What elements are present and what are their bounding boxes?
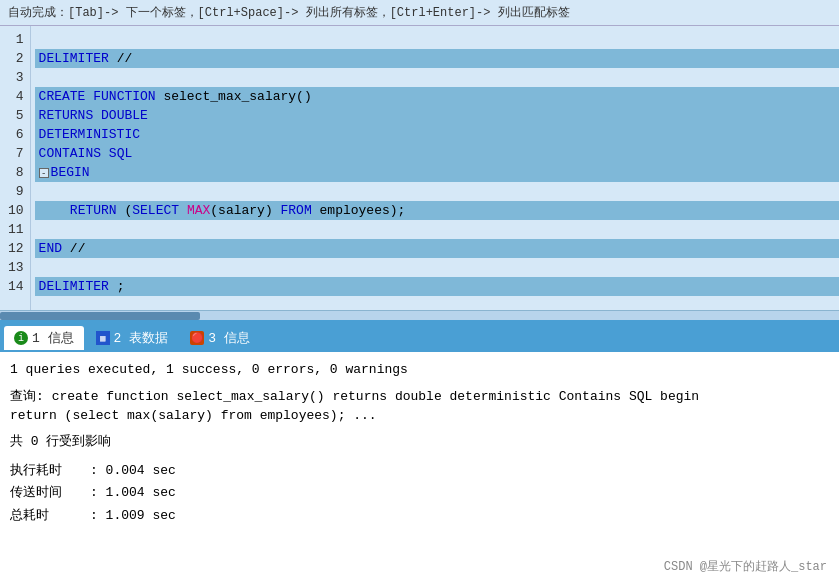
- code-line-7: CONTAINS SQL: [35, 144, 839, 163]
- timing-label-3: 总耗时: [10, 506, 90, 527]
- result-content: 1 queries executed, 1 success, 0 errors,…: [0, 352, 839, 581]
- code-area: 1 2 3 4 5 6 7 8 9 10 11 12 13 14 DELIMIT…: [0, 26, 839, 310]
- code-line-6: DETERMINISTIC: [35, 125, 839, 144]
- bottom-panel: i 1 信息 ▦ 2 表数据 🔴 3 信息 1 queries executed…: [0, 324, 839, 581]
- editor-scrollbar-thumb[interactable]: [0, 312, 200, 320]
- timing-row-3: 总耗时 : 1.009 sec: [10, 506, 829, 527]
- code-line-12: END //: [35, 239, 839, 258]
- timing-row-1: 执行耗时 : 0.004 sec: [10, 461, 829, 482]
- tab-2-table[interactable]: ▦ 2 表数据: [86, 326, 179, 350]
- affected-line: 共 0 行受到影响: [10, 432, 829, 453]
- timing-value-2: : 1.004 sec: [90, 483, 176, 504]
- top-bar-text: 自动完成：[Tab]-> 下一个标签，[Ctrl+Space]-> 列出所有标签…: [8, 6, 570, 20]
- tab-1-info[interactable]: i 1 信息: [4, 326, 84, 350]
- fold-marker[interactable]: -: [39, 168, 49, 178]
- tab2-icon: ▦: [96, 331, 110, 345]
- tab1-label: 1 信息: [32, 329, 74, 347]
- timing-label-2: 传送时间: [10, 483, 90, 504]
- tab-3-info[interactable]: 🔴 3 信息: [180, 326, 260, 350]
- tab1-icon: i: [14, 331, 28, 345]
- timing-value-3: : 1.009 sec: [90, 506, 176, 527]
- success-line: 1 queries executed, 1 success, 0 errors,…: [10, 360, 829, 381]
- code-content[interactable]: DELIMITER // CREATE FUNCTION select_max_…: [31, 26, 839, 310]
- timing-block: 执行耗时 : 0.004 sec 传送时间 : 1.004 sec 总耗时 : …: [10, 461, 829, 527]
- tab3-icon: 🔴: [190, 331, 204, 345]
- code-line-3: [35, 68, 839, 87]
- top-bar: 自动完成：[Tab]-> 下一个标签，[Ctrl+Space]-> 列出所有标签…: [0, 0, 839, 26]
- timing-label-1: 执行耗时: [10, 461, 90, 482]
- timing-value-1: : 0.004 sec: [90, 461, 176, 482]
- code-line-10: RETURN (SELECT MAX(salary) FROM employee…: [35, 201, 839, 220]
- code-editor: 1 2 3 4 5 6 7 8 9 10 11 12 13 14 DELIMIT…: [0, 26, 839, 324]
- timing-row-2: 传送时间 : 1.004 sec: [10, 483, 829, 504]
- editor-scrollbar[interactable]: [0, 310, 839, 320]
- code-line-2: DELIMITER //: [35, 49, 839, 68]
- code-line-9: [35, 182, 839, 201]
- watermark: CSDN @星光下的赶路人_star: [664, 558, 827, 575]
- line-numbers: 1 2 3 4 5 6 7 8 9 10 11 12 13 14: [0, 26, 31, 310]
- tab3-label: 3 信息: [208, 329, 250, 347]
- query-block: 查询: create function select_max_salary() …: [10, 387, 829, 426]
- code-line-5: RETURNS DOUBLE: [35, 106, 839, 125]
- code-line-13: [35, 258, 839, 277]
- code-line-8: -BEGIN: [35, 163, 839, 182]
- code-line-14: DELIMITER ;: [35, 277, 839, 296]
- code-line-11: [35, 220, 839, 239]
- tab2-label: 2 表数据: [114, 329, 169, 347]
- code-line-4: CREATE FUNCTION select_max_salary(): [35, 87, 839, 106]
- result-tabs: i 1 信息 ▦ 2 表数据 🔴 3 信息: [0, 324, 839, 352]
- code-line-1: [35, 30, 839, 49]
